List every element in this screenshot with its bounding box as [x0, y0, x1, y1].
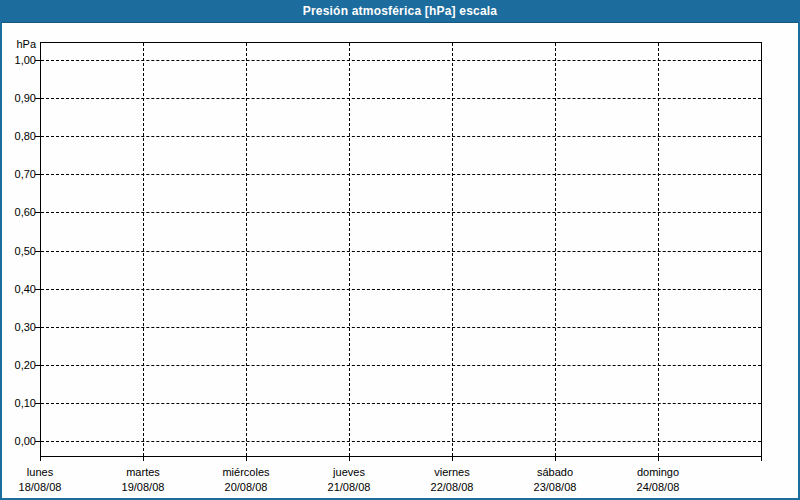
y-grid-line	[41, 289, 761, 290]
x-tick-mark	[349, 457, 350, 461]
x-grid-line	[658, 43, 659, 456]
x-date-label: 18/08/08	[0, 480, 91, 494]
y-tick-label: 0,60	[0, 205, 36, 219]
y-grid-line	[41, 60, 761, 61]
y-grid-line	[41, 98, 761, 99]
x-date-label: 20/08/08	[195, 480, 297, 494]
x-grid-line	[555, 43, 556, 456]
x-grid-line	[143, 43, 144, 456]
x-date-label: 21/08/08	[298, 480, 400, 494]
chart-canvas: hPa 1,000,900,800,700,600,500,400,300,20…	[0, 0, 800, 498]
x-date-label: 19/08/08	[92, 480, 194, 494]
x-day-label: sábado	[504, 465, 606, 479]
x-date-label: 22/08/08	[401, 480, 503, 494]
x-grid-line	[349, 43, 350, 456]
x-day-label: domingo	[607, 465, 709, 479]
y-tick-label: 0,30	[0, 320, 36, 334]
x-tick-mark	[761, 457, 762, 461]
x-tick-mark	[143, 457, 144, 461]
y-tick-label: 0,90	[0, 91, 36, 105]
y-tick-label: 0,70	[0, 167, 36, 181]
y-tick-label: 1,00	[0, 53, 36, 67]
y-tick-label: 0,10	[0, 396, 36, 410]
x-tick-mark	[246, 457, 247, 461]
x-day-label: viernes	[401, 465, 503, 479]
x-tick-mark	[555, 457, 556, 461]
x-day-label: miércoles	[195, 465, 297, 479]
x-tick-mark	[658, 457, 659, 461]
x-day-label: jueves	[298, 465, 400, 479]
plot-area	[40, 42, 762, 457]
x-day-label: lunes	[0, 465, 91, 479]
x-grid-line	[246, 43, 247, 456]
y-tick-label: 0,80	[0, 129, 36, 143]
x-date-label: 23/08/08	[504, 480, 606, 494]
pressure-chart-page: Presión atmosférica [hPa] escala hPa 1,0…	[0, 0, 800, 500]
y-tick-label: 0,00	[0, 434, 36, 448]
y-grid-line	[41, 403, 761, 404]
x-tick-mark	[40, 457, 41, 461]
y-grid-line	[41, 174, 761, 175]
x-day-label: martes	[92, 465, 194, 479]
x-grid-line	[452, 43, 453, 456]
y-grid-line	[41, 327, 761, 328]
y-tick-label: 0,50	[0, 244, 36, 258]
y-grid-line	[41, 251, 761, 252]
y-axis-unit-label: hPa	[0, 37, 36, 51]
y-tick-label: 0,40	[0, 282, 36, 296]
x-tick-mark	[452, 457, 453, 461]
x-date-label: 24/08/08	[607, 480, 709, 494]
y-grid-line	[41, 136, 761, 137]
y-grid-line	[41, 212, 761, 213]
y-grid-line	[41, 441, 761, 442]
y-tick-label: 0,20	[0, 358, 36, 372]
y-grid-line	[41, 365, 761, 366]
